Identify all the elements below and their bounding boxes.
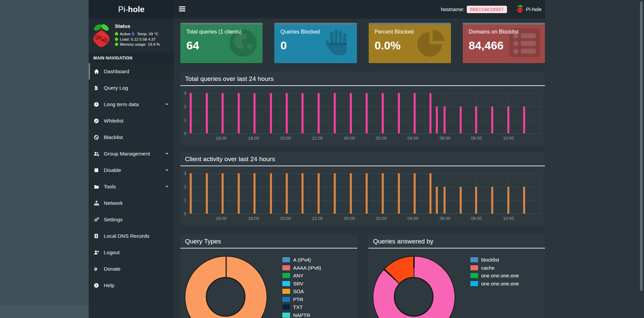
x-axis-tick: 04:00 bbox=[408, 216, 419, 221]
status-ok-dot bbox=[115, 32, 118, 36]
status-ok-dot bbox=[115, 43, 118, 46]
legend-item[interactable]: AAAA (IPv6) bbox=[282, 265, 321, 271]
x-axis-tick: 08:00 bbox=[471, 216, 482, 221]
chart-bar bbox=[382, 93, 384, 133]
status-row-label: Memory usage: bbox=[120, 42, 146, 46]
status-row-label: Active bbox=[120, 32, 130, 36]
legend-item[interactable]: PTR bbox=[282, 297, 321, 302]
sidebar-item-label: Local DNS Records bbox=[104, 233, 149, 239]
x-axis-tick: 02:00 bbox=[376, 216, 387, 221]
chart-bar bbox=[238, 93, 240, 133]
x-axis-tick: 08:00 bbox=[471, 136, 482, 141]
chart-legend: A (IPv4)AAAA (IPv6)ANYSRVSOAPTRTXTNAPTR bbox=[282, 257, 321, 318]
brand-text-hole: hole bbox=[128, 5, 144, 14]
chart-bar bbox=[206, 173, 208, 214]
legend-item[interactable]: NAPTR bbox=[282, 312, 321, 318]
legend-color-swatch bbox=[282, 297, 290, 302]
folder-icon bbox=[94, 184, 100, 189]
sidebar-item-help[interactable]: ?Help bbox=[89, 277, 174, 293]
sidebar-item-label: Dashboard bbox=[104, 69, 129, 75]
chart-bar bbox=[270, 173, 272, 214]
scrollbar-thumb[interactable] bbox=[640, 1, 643, 291]
chart-bar bbox=[523, 106, 525, 133]
legend-item[interactable]: SOA bbox=[282, 288, 321, 294]
chart-bar bbox=[302, 173, 304, 214]
sidebar-item-local-dns-records[interactable]: Local DNS Records bbox=[89, 228, 174, 244]
sidebar-item-network[interactable]: Network bbox=[89, 195, 174, 211]
sidebar-item-long-term-data[interactable]: Long term data bbox=[89, 96, 174, 112]
sidebar-item-tools[interactable]: Tools bbox=[89, 178, 174, 195]
sidebar-item-settings[interactable]: Settings bbox=[89, 211, 174, 228]
stat-cards-row: Total queries (1 clients)64Queries Block… bbox=[180, 23, 545, 63]
sidebar-item-donate[interactable]: PPDonate bbox=[89, 261, 174, 277]
legend-color-swatch bbox=[282, 273, 290, 278]
chart-bar bbox=[507, 187, 509, 214]
gears-icon bbox=[94, 217, 100, 222]
paypal-icon: PP bbox=[94, 266, 100, 272]
legend-label: blocklist bbox=[481, 257, 499, 263]
chevron-down-icon bbox=[165, 168, 169, 174]
legend-item[interactable]: one.one.one.one bbox=[470, 273, 519, 278]
chart-bar bbox=[334, 173, 336, 214]
stat-card-value: 64 bbox=[186, 39, 263, 52]
x-axis-tick: 02:00 bbox=[376, 136, 387, 141]
panel-title: Queries answered by bbox=[368, 234, 545, 248]
stat-card-total-queries-1-clients-[interactable]: Total queries (1 clients)64 bbox=[180, 23, 263, 63]
legend-item[interactable]: one.one.one.one bbox=[470, 281, 519, 286]
chart-bar bbox=[206, 93, 208, 133]
donut-chart bbox=[185, 256, 267, 318]
hostname-badge: 666154e2d947 bbox=[467, 6, 507, 13]
chart-bar bbox=[382, 173, 384, 214]
page-gutter-footer bbox=[0, 305, 89, 318]
legend-item[interactable]: ANY bbox=[282, 273, 321, 278]
page-gutter bbox=[0, 0, 89, 318]
chart-bar bbox=[286, 173, 288, 214]
sidebar-item-label: Logout bbox=[104, 249, 120, 256]
chart-bar bbox=[507, 106, 509, 133]
check-circle-icon bbox=[94, 118, 100, 124]
stat-card-value: 0.0% bbox=[375, 39, 451, 52]
legend-item[interactable]: SRV bbox=[282, 281, 321, 286]
x-axis-tick: 16:00 bbox=[216, 136, 227, 141]
legend-item[interactable]: blocklist bbox=[470, 257, 519, 263]
chart-bar bbox=[398, 173, 400, 214]
svg-text:P: P bbox=[95, 268, 98, 271]
users-gear-icon bbox=[94, 151, 100, 156]
legend-label: cache bbox=[481, 265, 495, 271]
sidebar-item-disable[interactable]: Disable bbox=[89, 162, 174, 178]
x-axis-tick: 18:00 bbox=[248, 136, 259, 141]
viewport-right-area bbox=[545, 0, 644, 318]
sidebar: Status ActiveTemp: 39 °CLoad:5.12 5.58 4… bbox=[89, 18, 174, 318]
stat-card-title: Queries Blocked bbox=[280, 29, 357, 35]
legend-label: PTR bbox=[293, 297, 303, 302]
legend-color-swatch bbox=[470, 273, 478, 278]
x-axis-tick: 04:00 bbox=[408, 136, 419, 141]
status-row-2: Memory usage:19.9 % bbox=[115, 42, 160, 46]
stat-card-percent-blocked[interactable]: Percent Blocked0.0% bbox=[369, 23, 451, 63]
sidebar-item-label: Donate bbox=[104, 266, 121, 272]
brand-logo[interactable]: Pi-hole bbox=[89, 0, 174, 18]
chart-bar bbox=[222, 173, 224, 214]
x-axis-tick: 18:00 bbox=[248, 216, 259, 221]
stat-card-queries-blocked[interactable]: Queries Blocked0 bbox=[274, 23, 357, 63]
sidebar-item-blacklist[interactable]: Blacklist bbox=[89, 129, 174, 145]
chart-bar bbox=[334, 93, 336, 133]
legend-item[interactable]: A (IPv4) bbox=[282, 257, 321, 263]
panel-total-queries-over-last-24-hours: Total queries over last 24 hours012316:0… bbox=[180, 72, 545, 145]
legend-item[interactable]: TXT bbox=[282, 304, 321, 310]
legend-label: NAPTR bbox=[293, 312, 310, 318]
sidebar-toggle-button[interactable] bbox=[179, 6, 185, 12]
legend-item[interactable]: cache bbox=[470, 265, 519, 271]
account-menu[interactable]: Pi-hole bbox=[526, 6, 542, 12]
stat-card-domains-on-blocklist[interactable]: Domains on Blocklist84,466 bbox=[463, 23, 545, 63]
sidebar-item-label: Long term data bbox=[104, 101, 139, 107]
panel-title: Client activity over last 24 hours bbox=[180, 152, 545, 166]
sidebar-item-group-management[interactable]: Group Management bbox=[89, 145, 174, 162]
sidebar-item-label: Query Log bbox=[104, 85, 128, 91]
status-row-label: Load: bbox=[120, 37, 130, 41]
sidebar-item-query-log[interactable]: Query Log bbox=[89, 80, 174, 96]
x-axis-tick: 00:00 bbox=[344, 136, 355, 141]
sidebar-item-logout[interactable]: Logout bbox=[89, 244, 174, 261]
sidebar-item-dashboard[interactable]: Dashboard bbox=[89, 63, 174, 80]
sidebar-item-whitelist[interactable]: Whitelist bbox=[89, 112, 174, 129]
